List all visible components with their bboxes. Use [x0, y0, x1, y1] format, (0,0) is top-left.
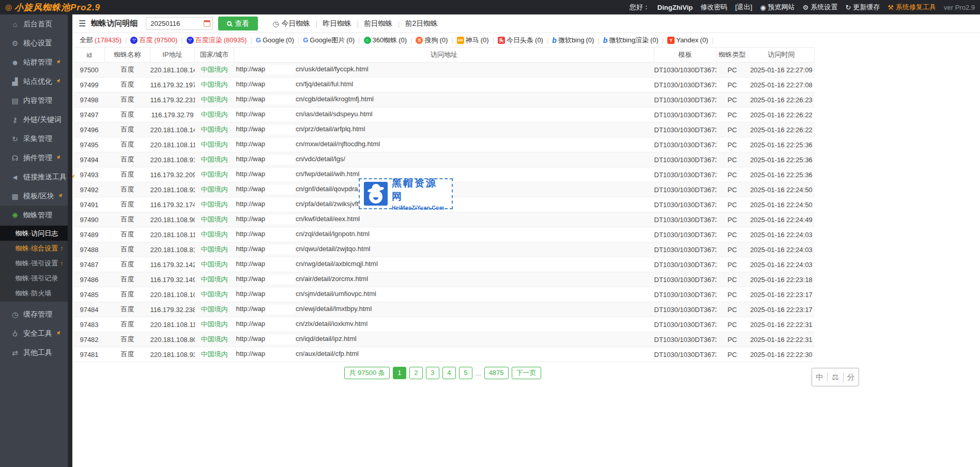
filter-sogou[interactable]: S搜狗(0) [416, 36, 448, 45]
sidebar-item-collect-manage[interactable]: ↻采集管理 [0, 129, 68, 148]
sidebar-item-template-blocks[interactable]: ▦模板/区块 [0, 186, 68, 206]
date-input[interactable] [146, 17, 213, 30]
cell-visit-url: http://wapcn/mxw/detail/njftocdhg.html [234, 137, 654, 152]
360-spider-brand-icon: ○ [364, 37, 371, 44]
sidebar-item-link-push-tool[interactable]: ◄链接推送工具 [0, 167, 68, 186]
pin-icon [55, 331, 61, 336]
sidebar-item-spider-manage[interactable]: ❋蜘蛛管理 [0, 206, 68, 225]
cell-spider-type: PC [716, 332, 748, 347]
sidebar-subitem-spider-visit-log[interactable]: 蜘蛛·访问日志 [0, 226, 68, 241]
filter-toutiao[interactable]: 头今日头条(0) [498, 36, 543, 45]
sidebar-item-security-tools[interactable]: ⚲安全工具 [0, 324, 68, 343]
filter-baidu[interactable]: ∵百度(97500) [130, 36, 177, 45]
cell-visit-url: http://wapcn/usk/detail/fyccpk.html [234, 63, 654, 77]
sogou-brand-icon: S [416, 37, 423, 44]
sidebar-item-core-settings[interactable]: ⚙核心设置 [0, 34, 68, 53]
sidebar-item-site-optimize[interactable]: ▟站点优化 [0, 72, 68, 91]
sidebar-item-dashboard[interactable]: ⌂后台首页 [0, 14, 68, 34]
cell-template: DT1030/1030DT3673 [654, 182, 716, 197]
cell-region: 中国境内 [195, 92, 234, 107]
filter-bing-render[interactable]: b微软bing渲染(0) [603, 36, 659, 45]
cell-visit-time: 2025-01-16 22:26:22 [748, 122, 815, 137]
filter-google[interactable]: GGoogle(0) [256, 36, 294, 44]
filter-bing[interactable]: b微软bing(0) [552, 36, 594, 45]
sidebar-subitem-spider-force-records[interactable]: 蜘蛛·强引记录 [0, 271, 68, 286]
cell-region: 中国境内 [195, 272, 234, 287]
pagination-page-3[interactable]: 3 [426, 367, 439, 379]
sidebar-item-backlink-keywords[interactable]: ⚷外链/关键词 [0, 110, 68, 129]
pagination-page-2[interactable]: 2 [409, 367, 423, 379]
sidebar-subitem-spider-general-settings[interactable]: 蜘蛛·综合设置↑ [0, 241, 68, 256]
cell-ip: 220.181.108.93 [150, 182, 195, 197]
cell-spider-type: PC [716, 92, 748, 107]
filter-all[interactable]: 全部(178435) [80, 36, 121, 45]
bar-chart-icon: ▟ [11, 77, 19, 86]
cell-template: DT1030/1030DT3673 [654, 107, 716, 122]
filter-shenma[interactable]: sm神马(0) [457, 36, 489, 45]
filter-label: 360蜘蛛 [373, 36, 397, 45]
quick-link-昨日蜘蛛[interactable]: 昨日蜘蛛 [317, 19, 357, 28]
sidebar-item-cache-manage[interactable]: ◷缓存管理 [0, 305, 68, 324]
separator: | [250, 36, 252, 44]
change-password-link[interactable]: 修改密码 [700, 3, 727, 12]
censored-domain [266, 170, 295, 179]
cell-visit-url: http://wapcn/prz/detail/arfplq.html [234, 122, 654, 137]
cell-template: DT1030/1030DT3673 [654, 92, 716, 107]
cell-spider-name: 百度 [105, 302, 150, 317]
cell-id: 97483 [74, 317, 105, 332]
logout-link[interactable]: [退出] [735, 3, 752, 12]
pagination-page-1[interactable]: 1 [393, 367, 406, 379]
pagination-next-button[interactable]: 下一页 [512, 367, 541, 379]
cell-visit-time: 2025-01-16 22:24:03 [748, 227, 815, 242]
pagination-page-4[interactable]: 4 [442, 367, 456, 379]
cell-spider-name: 百度 [105, 167, 150, 182]
cell-visit-time: 2025-01-16 22:24:50 [748, 182, 815, 197]
quick-link-label: 前2日蜘蛛 [405, 19, 438, 28]
header-nav-系统设置[interactable]: ⚙系统设置 [803, 3, 838, 12]
cell-visit-url: http://wapcn/vdc/detail/lgs/ [234, 152, 654, 167]
document-icon: ▤ [11, 97, 19, 105]
filter-label: 百度 [139, 36, 152, 45]
pagination: 共 97500 条12345...4875下一页 [72, 367, 813, 379]
sidebar-item-other-tools[interactable]: ⇄其他工具 [0, 343, 68, 362]
gear-icon: ⚙ [11, 39, 19, 48]
sidebar-item-label: 内容管理 [23, 96, 52, 105]
quick-link-前日蜘蛛[interactable]: 前日蜘蛛 [359, 19, 398, 28]
pagination-last-page[interactable]: 4875 [484, 367, 509, 379]
sidebar-item-plugin-manage[interactable]: ☊插件管理 [0, 148, 68, 167]
cell-region: 中国境内 [195, 242, 234, 257]
cell-ip: 220.181.108.91 [150, 152, 195, 167]
cell-region: 中国境内 [195, 182, 234, 197]
plug-icon: ☊ [11, 154, 19, 162]
separator: | [451, 36, 453, 44]
filter-yandex[interactable]: YYandex(0) [667, 36, 708, 44]
cell-ip: 116.179.32.79 [150, 107, 195, 122]
header-nav-预览网站[interactable]: ◉预览网站 [760, 3, 794, 12]
table-row: 97484百度116.179.32.238中国境内http://wapcn/ew… [74, 302, 815, 317]
separator: | [298, 36, 299, 44]
filter-label: Google [263, 36, 284, 44]
sidebar-subitem-spider-firewall[interactable]: 蜘蛛·防火墙 [0, 286, 68, 301]
app-title: 小旋风蜘蛛池Pro2.9 [14, 2, 100, 13]
view-button[interactable]: 查看 [218, 17, 258, 30]
calendar-icon[interactable] [204, 20, 210, 27]
filter-count: (0) [399, 36, 407, 44]
sidebar-subitem-spider-force-settings[interactable]: 蜘蛛·强引设置↑ [0, 256, 68, 271]
quick-link-label: 前日蜘蛛 [364, 19, 393, 28]
filter-count: (0) [535, 36, 543, 44]
table-row: 97488百度220.181.108.81中国境内http://wapcn/qw… [74, 242, 815, 257]
separator: | [598, 36, 599, 44]
sidebar-item-content-manage[interactable]: ▤内容管理 [0, 91, 68, 110]
cell-id: 97494 [74, 152, 105, 167]
filter-google-image[interactable]: GGoogle图片(0) [303, 36, 355, 45]
header-nav-更新缓存[interactable]: ↻更新缓存 [845, 3, 880, 12]
table-row: 97486百度116.179.32.149中国境内http://wapcn/ai… [74, 272, 815, 287]
header-nav-系统修复工具[interactable]: ⚒系统修复工具 [887, 3, 936, 12]
filter-baidu-render[interactable]: ∵百度渲染(80935) [187, 36, 247, 45]
cell-region: 中国境内 [195, 167, 234, 182]
sidebar-item-site-group[interactable]: ☻站群管理 [0, 53, 68, 72]
quick-link-前2日蜘蛛[interactable]: 前2日蜘蛛 [400, 19, 443, 28]
quick-link-今日蜘蛛[interactable]: ◷今日蜘蛛 [267, 19, 315, 28]
pagination-page-5[interactable]: 5 [459, 367, 472, 379]
filter-360-spider[interactable]: ○360蜘蛛(0) [364, 36, 407, 45]
